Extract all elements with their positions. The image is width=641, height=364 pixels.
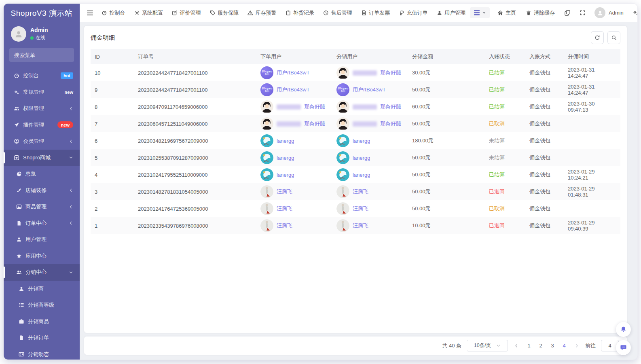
topbar: 控制台系统配置评价管理服务保障库存预警补货记录售后管理订单发票充值订单用户管理 … <box>80 4 637 22</box>
username-link[interactable]: 汪腾飞 <box>353 222 368 229</box>
language-button[interactable] <box>560 4 575 22</box>
sidebar-item[interactable]: 用户管理 <box>4 231 80 248</box>
tabs-dropdown-button[interactable] <box>470 7 490 18</box>
search-button[interactable] <box>607 31 620 44</box>
username-link[interactable]: 那条好腿 <box>380 120 401 127</box>
cell-order-no: 202306045712511049006000 <box>134 115 256 132</box>
admin-menu[interactable]: Admin <box>590 7 628 18</box>
username-link[interactable]: lanergg <box>353 155 370 161</box>
prev-page-button[interactable] <box>513 343 520 348</box>
cell-order-no: 202302335439786976008000 <box>134 217 256 234</box>
fullscreen-icon <box>580 10 586 16</box>
notifications-fab[interactable] <box>616 322 631 337</box>
username-link[interactable]: lanergg <box>353 138 370 144</box>
page-number-button[interactable]: 3 <box>548 343 556 349</box>
fullscreen-button[interactable] <box>575 4 590 22</box>
page-number-button[interactable]: 2 <box>537 343 545 349</box>
username-link[interactable]: lanergg <box>277 172 294 178</box>
username-link[interactable]: 用户rtBo43wT <box>277 86 310 93</box>
gear-icon <box>134 10 140 16</box>
blurred-name <box>353 70 377 76</box>
username-link[interactable]: 用户rtBo43wT <box>353 86 386 93</box>
topnav-tab-label: 控制台 <box>110 9 125 17</box>
chat-fab[interactable] <box>616 340 631 355</box>
clipboard-icon <box>286 10 291 16</box>
sidebar-item[interactable]: 分销中心 <box>4 264 80 281</box>
status-badge: 已退回 <box>489 222 505 229</box>
sidebar-item[interactable]: 常规管理new <box>4 84 80 101</box>
cell-referrer: 那条好腿 <box>332 98 408 115</box>
sidebar-item[interactable]: 分销订单 <box>4 330 80 346</box>
username-link[interactable]: 那条好腿 <box>380 69 401 76</box>
cell-status: 已结算 <box>485 98 525 115</box>
sidebar-item[interactable]: 订单中心 <box>4 215 80 232</box>
menu-search[interactable] <box>9 48 74 62</box>
total-count: 共 40 条 <box>442 342 461 349</box>
username-link[interactable]: 汪腾飞 <box>277 222 292 229</box>
cell-referrer: 汪腾飞 <box>332 183 408 200</box>
sidebar-item-label: 订单中心 <box>25 220 69 227</box>
cell-method: 佣金钱包 <box>525 98 564 115</box>
username-link[interactable]: lanergg <box>353 172 370 178</box>
username-link[interactable]: 汪腾飞 <box>353 205 368 212</box>
user-avatar <box>336 202 349 215</box>
username-link[interactable]: lanergg <box>277 138 294 144</box>
settings-button[interactable] <box>628 4 638 22</box>
sidebar-item[interactable]: 总览 <box>4 166 80 182</box>
cell-referrer: lanergg <box>332 132 408 149</box>
username-link[interactable]: 用户rtBo43wT <box>277 69 310 76</box>
user-avatar <box>11 26 26 42</box>
user-avatar <box>336 185 349 198</box>
topnav-tab[interactable]: 库存预警 <box>243 4 281 22</box>
cell-status: 已取消 <box>485 115 525 132</box>
cell-referrer: 汪腾飞 <box>332 200 408 217</box>
topnav-tab[interactable]: 评价管理 <box>167 4 205 22</box>
username-link[interactable]: 汪腾飞 <box>353 188 368 195</box>
refresh-button[interactable] <box>591 31 604 44</box>
next-page-button[interactable] <box>573 343 580 348</box>
page-size-select[interactable]: 10条/页 <box>467 340 508 351</box>
username-link[interactable]: 那条好腿 <box>380 103 401 110</box>
tag-icon <box>210 10 216 16</box>
user-avatar <box>336 168 349 181</box>
sidebar-item[interactable]: 控制台hot <box>4 68 80 84</box>
user-avatar <box>260 134 273 147</box>
topnav-tab[interactable]: 用户管理 <box>432 4 470 22</box>
sidebar-item[interactable]: 权限管理 <box>4 100 80 117</box>
sidebar-item[interactable]: Shopro商城 <box>4 150 80 166</box>
sidebar-item[interactable]: 插件管理new <box>4 117 80 133</box>
home-button[interactable]: 主页 <box>493 4 520 22</box>
menu-search-input[interactable] <box>14 52 80 58</box>
username-link[interactable]: 那条好腿 <box>304 103 325 110</box>
sidebar-item[interactable]: 商品管理 <box>4 199 80 215</box>
column-header: 订单号 <box>134 49 256 64</box>
topnav-tab[interactable]: 服务保障 <box>205 4 243 22</box>
sidebar-item[interactable]: 会员管理 <box>4 133 80 150</box>
username-link[interactable]: 那条好腿 <box>304 120 325 127</box>
topnav-tab[interactable]: 售后管理 <box>319 4 357 22</box>
username-link[interactable]: 汪腾飞 <box>277 205 292 212</box>
clear-cache-button[interactable]: 清除缓存 <box>521 4 559 22</box>
username-link[interactable]: lanergg <box>277 155 294 161</box>
sidebar-item[interactable]: 分销商品 <box>4 313 80 330</box>
username-link[interactable]: 汪腾飞 <box>277 188 292 195</box>
sidebar-item[interactable]: 分销商 <box>4 281 80 297</box>
sidebar-item[interactable]: 应用中心 <box>4 248 80 265</box>
collapse-menu-icon[interactable] <box>83 8 97 18</box>
page-number-button[interactable]: 1 <box>525 343 533 349</box>
topnav-tab[interactable]: 订单发票 <box>357 4 395 22</box>
app-title: ShoproV3 演示站 <box>4 4 80 23</box>
sidebar-item[interactable]: 店铺装修 <box>4 182 80 199</box>
sidebar-user-block[interactable]: Admin 在线 <box>4 23 80 43</box>
topnav-tab[interactable]: 充值订单 <box>394 4 432 22</box>
sidebar-item-label: Shopro商城 <box>23 154 69 161</box>
sidebar-item-label: 店铺装修 <box>25 187 69 194</box>
sidebar-item[interactable]: 分销动态 <box>4 346 80 360</box>
topnav-tab[interactable]: 控制台 <box>97 4 130 22</box>
cell-status: 已退回 <box>485 183 525 200</box>
page-number-button[interactable]: 4 <box>560 343 568 349</box>
cell-time <box>564 132 620 149</box>
topnav-tab[interactable]: 补货记录 <box>281 4 319 22</box>
sidebar-item[interactable]: 分销商等级 <box>4 297 80 313</box>
topnav-tab[interactable]: 系统配置 <box>130 4 168 22</box>
